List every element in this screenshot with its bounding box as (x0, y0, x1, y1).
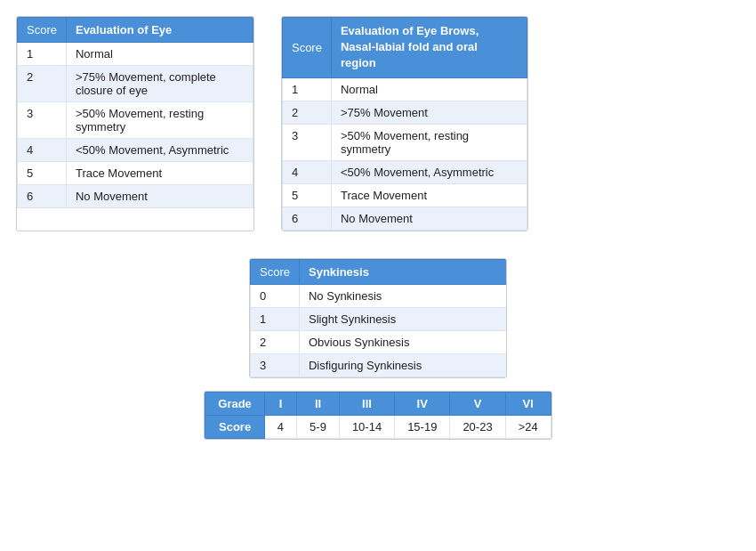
table2-score-header: Score (282, 18, 331, 78)
grade-col-2: II (297, 392, 340, 415)
table2-row-eval: Trace Movement (331, 183, 527, 207)
table3-row-eval: Disfiguring Synkinesis (299, 353, 507, 377)
table2-row-eval: >75% Movement (331, 101, 527, 124)
table2-row-score: 4 (282, 160, 331, 183)
grade-col-6: VI (505, 392, 551, 415)
score-val-4: 15-19 (395, 415, 450, 438)
table3-score-header: Score (251, 259, 300, 284)
grade-label-header: Grade (205, 392, 265, 415)
table3-row-eval: Obvious Synkinesis (299, 330, 507, 353)
score-val-2: 5-9 (297, 415, 340, 438)
table2-row-score: 6 (282, 207, 331, 230)
table1-row-score: 3 (18, 102, 67, 139)
table2-row-score: 1 (282, 77, 331, 101)
table2-row-eval: >50% Movement, resting symmetry (331, 124, 527, 160)
table2-row-eval: Normal (331, 77, 527, 101)
score-val-3: 10-14 (339, 415, 394, 438)
table3-syn-header: Synkinesis (299, 259, 507, 284)
grade-col-4: IV (395, 392, 450, 415)
table1-row-eval: <50% Movement, Asymmetric (66, 139, 253, 162)
table1-row-eval: Trace Movement (66, 162, 253, 185)
grade-score-table: Grade I II III IV V VI Score 4 5-9 10-14… (204, 391, 551, 440)
grade-col-3: III (339, 392, 394, 415)
synkinesis-table: Score Synkinesis 0No Synkinesis1Slight S… (249, 258, 507, 378)
table3-row-score: 0 (251, 284, 300, 307)
score-val-1: 4 (264, 415, 296, 438)
table2-eval-header: Evaluation of Eye Brows,Nasal-labial fol… (331, 18, 527, 78)
table2-row-eval: No Movement (331, 207, 527, 230)
score-label-cell: Score (205, 415, 265, 438)
table1-row-eval: >50% Movement, resting symmetry (66, 102, 253, 139)
grade-col-1: I (264, 392, 296, 415)
table2-row-score: 5 (282, 183, 331, 207)
table1-row-score: 6 (18, 185, 67, 208)
table1-row-eval: Normal (66, 43, 253, 66)
table1-row-score: 4 (18, 139, 67, 162)
table1-row-eval: >75% Movement, complete closure of eye (66, 66, 253, 102)
table3-row-score: 3 (251, 353, 300, 377)
table1-eval-header: Evaluation of Eye (66, 18, 253, 43)
table3-row-score: 1 (251, 307, 300, 330)
table2-row-score: 2 (282, 101, 331, 124)
table1-row-score: 5 (18, 162, 67, 185)
table1-row-score: 1 (18, 43, 67, 66)
table3-row-eval: Slight Synkinesis (299, 307, 507, 330)
eyebrow-evaluation-table: Score Evaluation of Eye Brows,Nasal-labi… (281, 16, 528, 231)
table3-row-eval: No Synkinesis (299, 284, 507, 307)
table1-score-header: Score (18, 18, 67, 43)
table1-row-score: 2 (18, 66, 67, 102)
score-val-5: 20-23 (450, 415, 505, 438)
score-val-6: >24 (505, 415, 551, 438)
table2-row-score: 3 (282, 124, 331, 160)
grade-col-5: V (450, 392, 505, 415)
eye-evaluation-table: Score Evaluation of Eye 1Normal2>75% Mov… (16, 16, 254, 231)
table2-row-eval: <50% Movement, Asymmetric (331, 160, 527, 183)
table1-row-eval: No Movement (66, 185, 253, 208)
table3-row-score: 2 (251, 330, 300, 353)
